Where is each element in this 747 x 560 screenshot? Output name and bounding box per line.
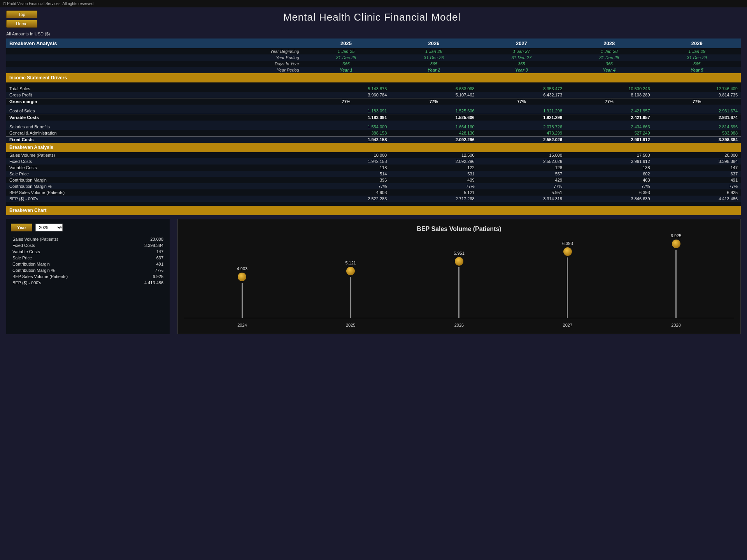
bep-cm-2029: 491 (653, 177, 741, 183)
variable-costs-label: Variable Costs (6, 114, 302, 121)
gen-admin-2026: 428.136 (390, 130, 477, 136)
top-button[interactable]: Top (6, 10, 37, 18)
period-2027: Year 3 (478, 67, 565, 73)
bar-dot (563, 247, 572, 256)
salaries-2027: 2.078.726 (478, 124, 565, 130)
bep-fixed-costs-label: Fixed Costs (6, 158, 302, 164)
cl-bep-sales-volume-row: BEP Sales Volume (Patients) 6.925 (11, 273, 165, 280)
cl-bsvp-label: BEP Sales Volume (Patients) (11, 273, 123, 280)
variable-costs-2025: 1.183.091 (302, 114, 390, 121)
general-admin-row: General & Administration 388.158 428.136… (6, 130, 741, 136)
total-sales-data-row: Total Sales 5.143.875 6.633.068 8.353.47… (6, 86, 741, 92)
days-in-year-label: Days In Year (6, 61, 302, 67)
cost-of-sales-label: Cost of Sales (6, 108, 302, 114)
year-beginning-2028: 1-Jan-28 (565, 48, 653, 54)
bep-sv-2026: 12.500 (390, 152, 477, 158)
gross-profit-2028: 8.108.289 (565, 92, 653, 98)
bep-sale-price-row: Sale Price 514 531 557 602 637 (6, 171, 741, 177)
bep-contribution-margin-row: Contribution Margin 396 409 429 463 491 (6, 177, 741, 183)
bep-vc-2026: 122 (390, 164, 477, 171)
salaries-row: Salaries and Benefits 1.554.000 1.664.16… (6, 124, 741, 130)
year-beginning-2027: 1-Jan-27 (478, 48, 565, 54)
cl-contribution-margin-row: Contribution Margin 491 (11, 261, 165, 267)
home-button[interactable]: Home (6, 20, 37, 28)
bar-group: 6.925 (671, 233, 682, 318)
currency-note: All Amounts in USD ($) (0, 31, 747, 38)
gross-margin-2029: 77% (653, 98, 741, 105)
total-sales-row (6, 82, 741, 86)
fixed-costs-2025: 1.942.158 (302, 136, 390, 143)
col-2029: 2029 (653, 38, 741, 48)
spacer2 (6, 121, 741, 124)
bep-fc-2028: 2.961.912 (565, 158, 653, 164)
main-table: Breakeven Analysis 2025 2026 2027 2028 2… (6, 38, 741, 215)
top-bar: © Profit Vision Financial Services. All … (0, 0, 747, 7)
period-2029: Year 5 (653, 67, 741, 73)
bep-cm-2028: 463 (565, 177, 653, 183)
bep-cmp-2028: 77% (565, 183, 653, 189)
copyright-text: © Profit Vision Financial Services. All … (3, 2, 95, 6)
salaries-2028: 2.434.663 (565, 124, 653, 130)
salaries-2029: 2.814.396 (653, 124, 741, 130)
variable-costs-2028: 2.421.957 (565, 114, 653, 121)
bar-stem (350, 277, 351, 318)
gross-margin-2028: 77% (565, 98, 653, 105)
period-2028: Year 4 (565, 67, 653, 73)
gross-profit-row: Gross Profit 3.960.784 5.107.462 6.432.1… (6, 92, 741, 98)
bar-value: 4.903 (237, 266, 248, 271)
gross-margin-label: Gross margin (6, 98, 302, 105)
year-beginning-2029: 1-Jan-29 (653, 48, 741, 54)
bep-svp-2026: 5.121 (390, 189, 477, 196)
days-in-year-row: Days In Year 365 365 365 366 365 (6, 61, 741, 67)
bar-group: 5.121 (345, 261, 356, 318)
cl-sv-label: Sales Volume (Patients) (11, 236, 123, 242)
col-2027: 2027 (478, 38, 565, 48)
cl-sale-price-row: Sale Price 637 (11, 255, 165, 261)
gen-admin-2029: 583.988 (653, 130, 741, 136)
bep-sp-2029: 637 (653, 171, 741, 177)
bep-cmp-2029: 77% (653, 183, 741, 189)
breakeven-chart-header-row: Breakeven Chart (6, 206, 741, 215)
bar-dot (455, 257, 463, 266)
cl-contribution-margin-pct-row: Contribution Margin % 77% (11, 267, 165, 273)
bep-sv-2027: 15.000 (478, 152, 565, 158)
bep-vc-2027: 128 (478, 164, 565, 171)
bar-label: 2025 (346, 323, 355, 327)
bep-cm-2026: 409 (390, 177, 477, 183)
bep-fc-2025: 1.942.158 (302, 158, 390, 164)
year-beginning-2026: 1-Jan-26 (390, 48, 477, 54)
variable-costs-2026: 1.525.606 (390, 114, 477, 121)
year-beginning-2025: 1-Jan-25 (302, 48, 390, 54)
bar-dot (672, 240, 680, 248)
bep-sp-2025: 514 (302, 171, 390, 177)
fixed-costs-row: Fixed Costs 1.942.158 2.092.296 2.552.02… (6, 136, 741, 143)
gen-admin-2025: 388.158 (302, 130, 390, 136)
bep-vc-label: Variable Costs (6, 164, 302, 171)
year-label-button[interactable]: Year (11, 224, 32, 231)
year-period-row: Year Period Year 1 Year 2 Year 3 Year 4 … (6, 67, 741, 73)
bep-svp-2025: 4.903 (302, 189, 390, 196)
cl-bdollar-val: 4.413.486 (123, 280, 165, 286)
year-selector: Year 2025 2026 2027 2028 2029 ▼ (11, 224, 165, 231)
cl-cm-val: 491 (123, 261, 165, 267)
bep-sp-2028: 602 (565, 171, 653, 177)
salaries-2026: 1.664.160 (390, 124, 477, 130)
spacer3 (6, 202, 741, 206)
year-beginning-label: Year Beginning (6, 48, 302, 54)
breakeven-header-row: Breakeven Analysis 2025 2026 2027 2028 2… (6, 38, 741, 48)
bep-cmp-2025: 77% (302, 183, 390, 189)
bep-cmp-label: Contribution Margin % (6, 183, 302, 189)
chart-left-table: Sales Volume (Patients) 20.000 Fixed Cos… (11, 236, 165, 286)
bep-cm-2027: 429 (478, 177, 565, 183)
total-sales-2027: 8.353.472 (478, 86, 565, 92)
bep-variable-costs-row: Variable Costs 118 122 128 138 147 (6, 164, 741, 171)
bep-dollar-2026: 2.717.268 (390, 196, 477, 202)
breakeven-analysis-header-row: Breakeven Analysis (6, 143, 741, 152)
bep-sales-volume-row: Sales Volume (Patients) 10.000 12.500 15… (6, 152, 741, 158)
period-2026: Year 2 (390, 67, 477, 73)
salaries-label: Salaries and Benefits (6, 124, 302, 130)
bar-group: 6.393 (562, 241, 573, 318)
gross-margin-2027: 77% (478, 98, 565, 105)
bar-value: 5.951 (454, 251, 465, 256)
year-ending-2029: 31-Dec-29 (653, 54, 741, 61)
